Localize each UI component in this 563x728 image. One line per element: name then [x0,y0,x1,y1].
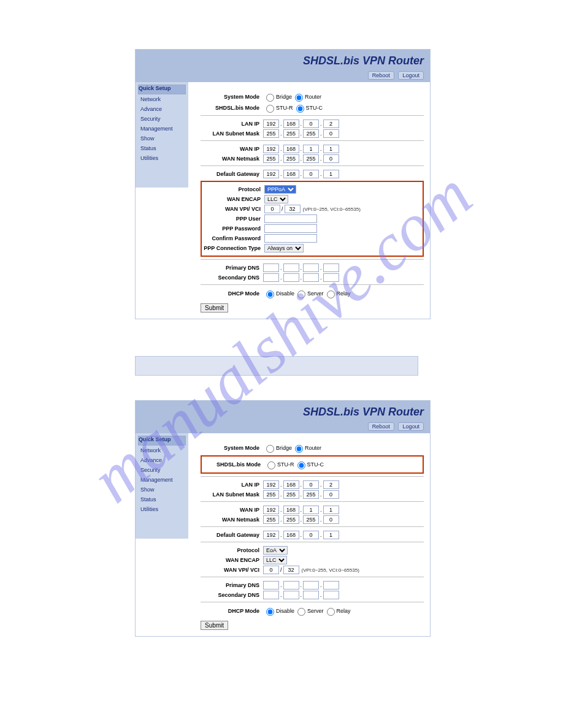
pdns-4[interactable] [323,581,339,590]
radio-dhcp-relay[interactable] [327,608,335,616]
sidebar-item-quick-setup[interactable]: Quick Setup [138,436,186,446]
wan-mask-2[interactable] [283,154,299,163]
wan-ip-3[interactable] [303,506,319,514]
radio-stuc[interactable] [296,105,304,113]
wan-ip-3[interactable] [303,145,319,153]
pdns-4[interactable] [323,264,339,272]
reboot-button[interactable]: Reboot [368,71,394,80]
lan-mask-3[interactable] [303,129,319,138]
lan-mask-1[interactable] [263,129,279,138]
wan-mask-3[interactable] [303,154,319,163]
lan-mask-4[interactable] [323,129,339,138]
radio-stuc[interactable] [297,461,305,469]
sidebar-item-show[interactable]: Show [138,485,186,495]
sidebar-item-utilities[interactable]: Utilities [138,504,186,514]
radio-dhcp-server[interactable] [297,290,305,298]
pdns-2[interactable] [283,264,299,272]
radio-stur[interactable] [266,105,274,113]
sidebar-item-network[interactable]: Network [138,94,186,104]
gw-2[interactable] [283,170,299,178]
select-protocol[interactable]: PPPoA [264,185,296,194]
pdns-3[interactable] [303,581,319,590]
gw-3[interactable] [303,531,319,539]
select-encap[interactable]: LLC [264,195,288,203]
lan-mask-1[interactable] [263,490,279,499]
wan-ip-1[interactable] [263,145,279,153]
lan-mask-4[interactable] [323,490,339,499]
vci-input[interactable] [285,205,301,213]
gw-3[interactable] [303,170,319,178]
wan-mask-4[interactable] [323,515,339,524]
lan-mask-3[interactable] [303,490,319,499]
gw-4[interactable] [323,531,339,539]
lan-ip-1[interactable] [263,480,279,489]
sdns-1[interactable] [263,273,279,282]
lan-ip-4[interactable] [323,119,339,128]
sidebar-item-advance[interactable]: Advance [138,104,186,114]
pdns-2[interactable] [283,581,299,590]
lan-ip-4[interactable] [323,480,339,489]
wan-mask-4[interactable] [323,154,339,163]
wan-ip-4[interactable] [323,145,339,153]
vci-input[interactable] [283,566,299,574]
lan-ip-3[interactable] [303,480,319,489]
sidebar-item-quick-setup[interactable]: Quick Setup [138,85,186,94]
lan-ip-3[interactable] [303,119,319,128]
select-encap[interactable]: LLC [263,556,287,564]
lan-ip-2[interactable] [283,119,299,128]
wan-mask-1[interactable] [263,515,279,524]
wan-mask-1[interactable] [263,154,279,163]
sdns-1[interactable] [263,591,279,599]
radio-router[interactable] [295,445,303,453]
sidebar-item-status[interactable]: Status [138,495,186,504]
sdns-3[interactable] [303,591,319,599]
radio-bridge[interactable] [266,445,274,453]
wan-ip-2[interactable] [283,506,299,514]
radio-router[interactable] [295,94,303,102]
gw-1[interactable] [263,170,279,178]
submit-button[interactable]: Submit [201,621,228,630]
lan-mask-2[interactable] [283,129,299,138]
logout-button[interactable]: Logout [398,71,424,80]
submit-button[interactable]: Submit [201,303,228,313]
sidebar-item-show[interactable]: Show [138,134,186,143]
wan-mask-3[interactable] [303,515,319,524]
radio-dhcp-disable[interactable] [266,290,274,298]
pdns-3[interactable] [303,264,319,272]
lan-ip-2[interactable] [283,480,299,489]
select-ppp-conn[interactable]: Always on [264,244,304,252]
pdns-1[interactable] [263,264,279,272]
radio-bridge[interactable] [266,94,274,102]
ppp-pass-input[interactable] [264,224,317,233]
sidebar-item-advance[interactable]: Advance [138,455,186,465]
wan-ip-1[interactable] [263,506,279,514]
wan-mask-2[interactable] [283,515,299,524]
select-protocol[interactable]: EoA [263,546,288,555]
sidebar-item-security[interactable]: Security [138,114,186,124]
sdns-2[interactable] [283,591,299,599]
radio-dhcp-server[interactable] [297,608,305,616]
radio-dhcp-disable[interactable] [266,608,274,616]
sdns-4[interactable] [323,273,339,282]
sidebar-item-status[interactable]: Status [138,143,186,153]
ppp-user-input[interactable] [264,214,317,223]
vpi-input[interactable] [264,205,280,213]
lan-ip-1[interactable] [263,119,279,128]
pdns-1[interactable] [263,581,279,590]
sdns-3[interactable] [303,273,319,282]
wan-ip-2[interactable] [283,145,299,153]
sidebar-item-utilities[interactable]: Utilities [138,153,186,163]
gw-4[interactable] [323,170,339,178]
confirm-pass-input[interactable] [264,234,317,243]
sidebar-item-security[interactable]: Security [138,465,186,475]
sidebar-item-management[interactable]: Management [138,475,186,485]
sidebar-item-network[interactable]: Network [138,446,186,455]
sidebar-item-management[interactable]: Management [138,124,186,134]
reboot-button[interactable]: Reboot [368,422,394,431]
sdns-2[interactable] [283,273,299,282]
radio-stur[interactable] [267,461,275,469]
sdns-4[interactable] [323,591,339,599]
gw-1[interactable] [263,531,279,539]
logout-button[interactable]: Logout [398,422,424,431]
gw-2[interactable] [283,531,299,539]
